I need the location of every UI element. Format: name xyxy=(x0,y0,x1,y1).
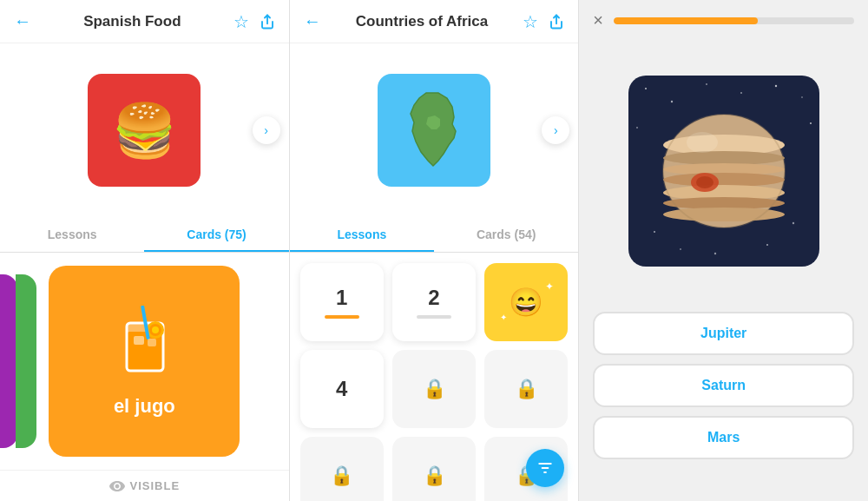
food-preview-card: 🍔 xyxy=(88,74,201,187)
answer-saturn[interactable]: Saturn xyxy=(593,364,854,407)
filter-icon xyxy=(536,459,554,477)
bonus-emoji: 😄 ✦ ✦ xyxy=(509,286,543,319)
lesson-cell-5-locked: 🔒 xyxy=(392,350,476,428)
back-button-2[interactable]: ← xyxy=(304,11,321,31)
svg-rect-8 xyxy=(134,336,144,345)
lesson-cell-1[interactable]: 1 xyxy=(300,263,384,341)
green-card-peek xyxy=(16,274,36,448)
lesson-cell-6-locked: 🔒 xyxy=(484,350,568,428)
next-card-arrow[interactable]: › xyxy=(253,116,280,144)
star-icon-2[interactable]: ☆ xyxy=(523,11,538,32)
panel2-preview: › xyxy=(290,43,579,217)
svg-point-18 xyxy=(774,85,776,87)
back-button-1[interactable]: ← xyxy=(14,11,31,31)
visible-toggle[interactable]: VISIBLE xyxy=(0,470,289,501)
share-icon-2[interactable] xyxy=(549,14,564,30)
juice-glass-icon xyxy=(116,306,173,388)
countries-africa-panel: ← Countries of Africa ☆ › Lessons Cards xyxy=(290,0,580,501)
tab-cards-2[interactable]: Cards (54) xyxy=(434,217,578,252)
lesson-num-1: 1 xyxy=(336,286,347,310)
lesson-bar-1 xyxy=(325,315,359,319)
answer-jupiter[interactable]: Jupiter xyxy=(593,312,854,355)
svg-rect-9 xyxy=(148,339,156,346)
svg-point-38 xyxy=(687,132,718,153)
svg-point-29 xyxy=(663,151,785,165)
jupiter-planet-icon xyxy=(654,106,793,236)
visible-label-text: VISIBLE xyxy=(130,479,181,492)
lessons-grid: 1 2 😄 ✦ ✦ 4 🔒 🔒 🔒 xyxy=(290,253,579,501)
close-button[interactable]: × xyxy=(593,10,603,30)
svg-point-33 xyxy=(663,197,785,209)
lesson-bar-2 xyxy=(417,315,451,319)
lesson-cell-2[interactable]: 2 xyxy=(392,263,476,341)
lock-icon-6: 🔒 xyxy=(515,378,538,400)
svg-point-14 xyxy=(645,88,647,89)
svg-point-20 xyxy=(636,127,638,129)
quiz-header: × xyxy=(579,0,868,41)
panel1-tabs: Lessons Cards (75) xyxy=(0,217,289,253)
panel1-header: ← Spanish Food ☆ xyxy=(0,0,289,43)
svg-point-15 xyxy=(670,101,672,102)
star-icon-1[interactable]: ☆ xyxy=(233,11,249,32)
svg-point-17 xyxy=(740,92,742,94)
africa-map-icon xyxy=(402,91,467,169)
svg-point-24 xyxy=(680,248,681,250)
panel2-header: ← Countries of Africa ☆ xyxy=(290,0,579,43)
lesson-cell-7-locked: 🔒 xyxy=(300,437,384,501)
svg-point-19 xyxy=(801,96,803,98)
svg-point-36 xyxy=(696,176,713,188)
quiz-answers: Jupiter Saturn Mars xyxy=(579,301,868,473)
lesson-cell-8-locked: 🔒 xyxy=(392,437,476,501)
answer-mars[interactable]: Mars xyxy=(593,416,854,459)
svg-point-25 xyxy=(766,244,768,246)
svg-point-6 xyxy=(152,326,159,333)
svg-point-21 xyxy=(810,122,812,124)
flashcard-area: el jugo xyxy=(0,253,289,470)
quiz-progress-fill xyxy=(614,17,758,24)
main-flashcard[interactable]: el jugo xyxy=(49,266,240,457)
lesson-num-2: 2 xyxy=(428,286,439,310)
panel1-preview: 🍔 › xyxy=(0,43,289,217)
lesson-num-4: 4 xyxy=(336,377,347,401)
eye-icon xyxy=(109,481,125,491)
quiz-progress-bar xyxy=(614,17,854,24)
flashcard-word: el jugo xyxy=(114,395,175,418)
panel1-header-icons: ☆ xyxy=(233,11,275,32)
next-card-arrow-2[interactable]: › xyxy=(542,116,569,144)
purple-card-peek xyxy=(0,274,17,448)
jupiter-card xyxy=(628,76,819,267)
tab-cards-1[interactable]: Cards (75) xyxy=(144,217,288,252)
panel2-title: Countries of Africa xyxy=(321,13,523,30)
svg-point-26 xyxy=(713,253,715,254)
burger-icon: 🍔 xyxy=(112,100,177,162)
quiz-panel: × xyxy=(579,0,868,501)
lesson-cell-4[interactable]: 4 xyxy=(300,350,384,428)
lesson-cell-bonus[interactable]: 😄 ✦ ✦ xyxy=(484,263,568,341)
tab-lessons-2[interactable]: Lessons xyxy=(290,217,434,252)
lock-icon-7: 🔒 xyxy=(330,465,353,487)
svg-point-34 xyxy=(663,208,785,221)
share-icon-1[interactable] xyxy=(260,14,275,30)
svg-point-16 xyxy=(706,83,707,85)
spanish-food-panel: ← Spanish Food ☆ 🍔 › Lessons Cards (75) xyxy=(0,0,290,501)
svg-point-31 xyxy=(663,173,785,187)
africa-preview-card xyxy=(378,74,490,187)
panel1-title: Spanish Food xyxy=(31,13,233,30)
panel2-header-icons: ☆ xyxy=(523,11,564,32)
tab-lessons-1[interactable]: Lessons xyxy=(0,217,144,252)
lock-icon-8: 🔒 xyxy=(423,465,446,487)
lock-icon-5: 🔒 xyxy=(423,378,446,400)
quiz-image-area xyxy=(579,41,868,301)
panel2-tabs: Lessons Cards (54) xyxy=(290,217,579,253)
